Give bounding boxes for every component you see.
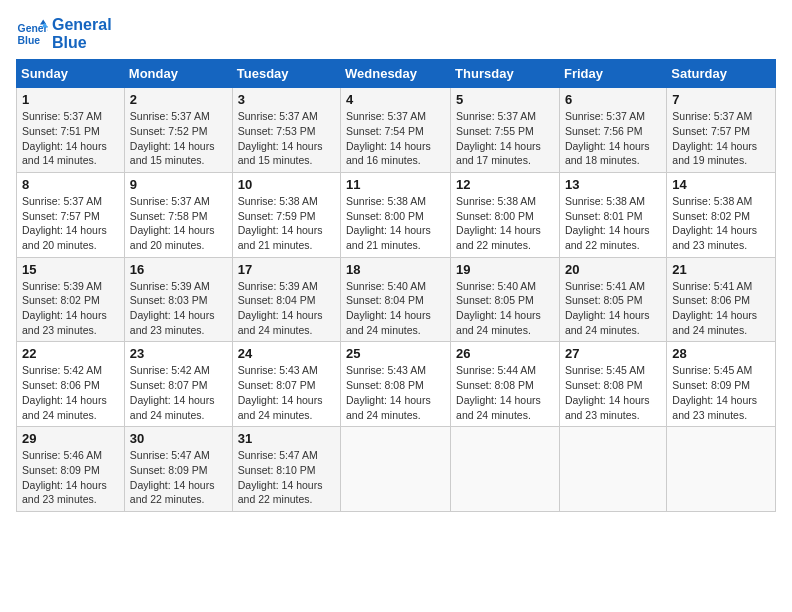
calendar-table: SundayMondayTuesdayWednesdayThursdayFrid… bbox=[16, 59, 776, 512]
calendar-cell: 8 Sunrise: 5:37 AMSunset: 7:57 PMDayligh… bbox=[17, 172, 125, 257]
day-number: 23 bbox=[130, 346, 227, 361]
day-detail: Sunrise: 5:37 AMSunset: 7:53 PMDaylight:… bbox=[238, 110, 323, 166]
calendar-week-row: 15 Sunrise: 5:39 AMSunset: 8:02 PMDaylig… bbox=[17, 257, 776, 342]
day-number: 27 bbox=[565, 346, 661, 361]
day-detail: Sunrise: 5:40 AMSunset: 8:05 PMDaylight:… bbox=[456, 280, 541, 336]
day-detail: Sunrise: 5:38 AMSunset: 8:01 PMDaylight:… bbox=[565, 195, 650, 251]
day-number: 1 bbox=[22, 92, 119, 107]
calendar-cell: 18 Sunrise: 5:40 AMSunset: 8:04 PMDaylig… bbox=[341, 257, 451, 342]
svg-marker-2 bbox=[40, 19, 46, 24]
day-number: 26 bbox=[456, 346, 554, 361]
calendar-cell: 27 Sunrise: 5:45 AMSunset: 8:08 PMDaylig… bbox=[559, 342, 666, 427]
day-number: 28 bbox=[672, 346, 770, 361]
day-number: 16 bbox=[130, 262, 227, 277]
day-number: 2 bbox=[130, 92, 227, 107]
logo: General Blue General Blue bbox=[16, 16, 112, 51]
weekday-header-wednesday: Wednesday bbox=[341, 60, 451, 88]
logo-text-blue: Blue bbox=[52, 34, 112, 52]
calendar-week-row: 22 Sunrise: 5:42 AMSunset: 8:06 PMDaylig… bbox=[17, 342, 776, 427]
day-number: 12 bbox=[456, 177, 554, 192]
calendar-cell: 14 Sunrise: 5:38 AMSunset: 8:02 PMDaylig… bbox=[667, 172, 776, 257]
day-detail: Sunrise: 5:39 AMSunset: 8:02 PMDaylight:… bbox=[22, 280, 107, 336]
day-detail: Sunrise: 5:43 AMSunset: 8:08 PMDaylight:… bbox=[346, 364, 431, 420]
day-number: 13 bbox=[565, 177, 661, 192]
weekday-header-sunday: Sunday bbox=[17, 60, 125, 88]
day-number: 6 bbox=[565, 92, 661, 107]
svg-text:Blue: Blue bbox=[18, 34, 41, 45]
day-detail: Sunrise: 5:38 AMSunset: 7:59 PMDaylight:… bbox=[238, 195, 323, 251]
day-number: 10 bbox=[238, 177, 335, 192]
day-number: 7 bbox=[672, 92, 770, 107]
calendar-week-row: 8 Sunrise: 5:37 AMSunset: 7:57 PMDayligh… bbox=[17, 172, 776, 257]
day-number: 14 bbox=[672, 177, 770, 192]
day-number: 19 bbox=[456, 262, 554, 277]
calendar-cell: 17 Sunrise: 5:39 AMSunset: 8:04 PMDaylig… bbox=[232, 257, 340, 342]
day-detail: Sunrise: 5:43 AMSunset: 8:07 PMDaylight:… bbox=[238, 364, 323, 420]
day-number: 31 bbox=[238, 431, 335, 446]
calendar-cell: 10 Sunrise: 5:38 AMSunset: 7:59 PMDaylig… bbox=[232, 172, 340, 257]
calendar-cell bbox=[667, 427, 776, 512]
calendar-cell: 23 Sunrise: 5:42 AMSunset: 8:07 PMDaylig… bbox=[124, 342, 232, 427]
day-detail: Sunrise: 5:38 AMSunset: 8:00 PMDaylight:… bbox=[456, 195, 541, 251]
weekday-header-row: SundayMondayTuesdayWednesdayThursdayFrid… bbox=[17, 60, 776, 88]
calendar-cell bbox=[341, 427, 451, 512]
day-number: 3 bbox=[238, 92, 335, 107]
day-number: 24 bbox=[238, 346, 335, 361]
calendar-cell: 26 Sunrise: 5:44 AMSunset: 8:08 PMDaylig… bbox=[451, 342, 560, 427]
day-number: 11 bbox=[346, 177, 445, 192]
calendar-cell: 25 Sunrise: 5:43 AMSunset: 8:08 PMDaylig… bbox=[341, 342, 451, 427]
logo-text-general: General bbox=[52, 16, 112, 34]
day-detail: Sunrise: 5:41 AMSunset: 8:06 PMDaylight:… bbox=[672, 280, 757, 336]
day-detail: Sunrise: 5:37 AMSunset: 7:57 PMDaylight:… bbox=[22, 195, 107, 251]
day-number: 15 bbox=[22, 262, 119, 277]
day-detail: Sunrise: 5:44 AMSunset: 8:08 PMDaylight:… bbox=[456, 364, 541, 420]
calendar-cell: 1 Sunrise: 5:37 AMSunset: 7:51 PMDayligh… bbox=[17, 88, 125, 173]
calendar-cell: 21 Sunrise: 5:41 AMSunset: 8:06 PMDaylig… bbox=[667, 257, 776, 342]
day-detail: Sunrise: 5:37 AMSunset: 7:52 PMDaylight:… bbox=[130, 110, 215, 166]
page-header: General Blue General Blue bbox=[16, 16, 776, 51]
day-number: 18 bbox=[346, 262, 445, 277]
day-detail: Sunrise: 5:38 AMSunset: 8:02 PMDaylight:… bbox=[672, 195, 757, 251]
day-number: 29 bbox=[22, 431, 119, 446]
day-number: 17 bbox=[238, 262, 335, 277]
calendar-cell bbox=[559, 427, 666, 512]
day-detail: Sunrise: 5:42 AMSunset: 8:06 PMDaylight:… bbox=[22, 364, 107, 420]
calendar-cell: 11 Sunrise: 5:38 AMSunset: 8:00 PMDaylig… bbox=[341, 172, 451, 257]
calendar-cell: 22 Sunrise: 5:42 AMSunset: 8:06 PMDaylig… bbox=[17, 342, 125, 427]
day-detail: Sunrise: 5:39 AMSunset: 8:04 PMDaylight:… bbox=[238, 280, 323, 336]
calendar-cell: 24 Sunrise: 5:43 AMSunset: 8:07 PMDaylig… bbox=[232, 342, 340, 427]
day-detail: Sunrise: 5:46 AMSunset: 8:09 PMDaylight:… bbox=[22, 449, 107, 505]
weekday-header-monday: Monday bbox=[124, 60, 232, 88]
weekday-header-saturday: Saturday bbox=[667, 60, 776, 88]
calendar-week-row: 1 Sunrise: 5:37 AMSunset: 7:51 PMDayligh… bbox=[17, 88, 776, 173]
day-detail: Sunrise: 5:45 AMSunset: 8:09 PMDaylight:… bbox=[672, 364, 757, 420]
calendar-cell: 6 Sunrise: 5:37 AMSunset: 7:56 PMDayligh… bbox=[559, 88, 666, 173]
weekday-header-thursday: Thursday bbox=[451, 60, 560, 88]
calendar-cell: 7 Sunrise: 5:37 AMSunset: 7:57 PMDayligh… bbox=[667, 88, 776, 173]
calendar-cell: 3 Sunrise: 5:37 AMSunset: 7:53 PMDayligh… bbox=[232, 88, 340, 173]
day-number: 21 bbox=[672, 262, 770, 277]
calendar-cell: 30 Sunrise: 5:47 AMSunset: 8:09 PMDaylig… bbox=[124, 427, 232, 512]
calendar-cell: 13 Sunrise: 5:38 AMSunset: 8:01 PMDaylig… bbox=[559, 172, 666, 257]
calendar-cell: 20 Sunrise: 5:41 AMSunset: 8:05 PMDaylig… bbox=[559, 257, 666, 342]
calendar-cell: 9 Sunrise: 5:37 AMSunset: 7:58 PMDayligh… bbox=[124, 172, 232, 257]
day-detail: Sunrise: 5:37 AMSunset: 7:58 PMDaylight:… bbox=[130, 195, 215, 251]
day-detail: Sunrise: 5:41 AMSunset: 8:05 PMDaylight:… bbox=[565, 280, 650, 336]
calendar-cell: 19 Sunrise: 5:40 AMSunset: 8:05 PMDaylig… bbox=[451, 257, 560, 342]
weekday-header-friday: Friday bbox=[559, 60, 666, 88]
calendar-week-row: 29 Sunrise: 5:46 AMSunset: 8:09 PMDaylig… bbox=[17, 427, 776, 512]
day-number: 8 bbox=[22, 177, 119, 192]
day-detail: Sunrise: 5:37 AMSunset: 7:54 PMDaylight:… bbox=[346, 110, 431, 166]
calendar-cell: 12 Sunrise: 5:38 AMSunset: 8:00 PMDaylig… bbox=[451, 172, 560, 257]
calendar-cell: 28 Sunrise: 5:45 AMSunset: 8:09 PMDaylig… bbox=[667, 342, 776, 427]
day-number: 25 bbox=[346, 346, 445, 361]
day-number: 30 bbox=[130, 431, 227, 446]
day-detail: Sunrise: 5:37 AMSunset: 7:57 PMDaylight:… bbox=[672, 110, 757, 166]
calendar-cell: 4 Sunrise: 5:37 AMSunset: 7:54 PMDayligh… bbox=[341, 88, 451, 173]
weekday-header-tuesday: Tuesday bbox=[232, 60, 340, 88]
day-detail: Sunrise: 5:42 AMSunset: 8:07 PMDaylight:… bbox=[130, 364, 215, 420]
day-detail: Sunrise: 5:39 AMSunset: 8:03 PMDaylight:… bbox=[130, 280, 215, 336]
day-detail: Sunrise: 5:37 AMSunset: 7:56 PMDaylight:… bbox=[565, 110, 650, 166]
day-number: 4 bbox=[346, 92, 445, 107]
day-detail: Sunrise: 5:47 AMSunset: 8:09 PMDaylight:… bbox=[130, 449, 215, 505]
